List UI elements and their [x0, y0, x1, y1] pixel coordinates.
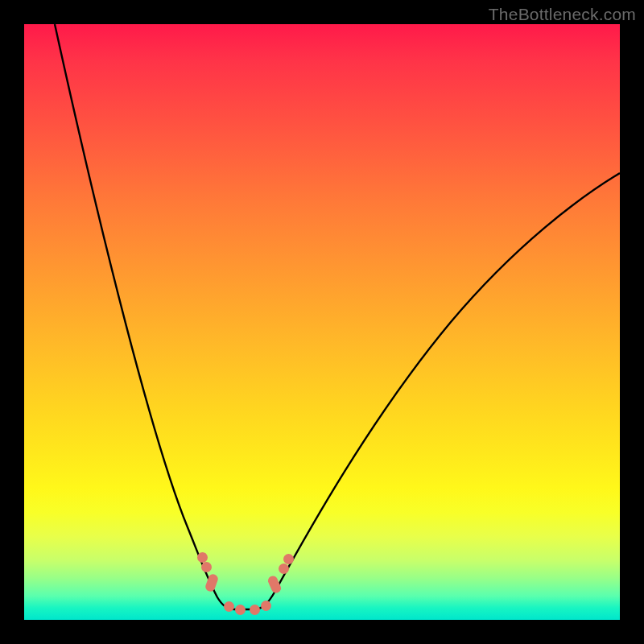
curve-bead-upper-right — [283, 554, 294, 564]
v-curve — [24, 24, 620, 620]
curve-bead — [261, 601, 271, 611]
chart-plot-area — [24, 24, 620, 620]
curve-bead-upper-left — [201, 562, 212, 572]
watermark-text: TheBottleneck.com — [489, 5, 636, 24]
curve-bead — [235, 605, 246, 615]
curve-path — [55, 24, 620, 609]
curve-bead-upper-right — [279, 564, 289, 574]
curve-bead — [250, 605, 260, 615]
curve-bead — [224, 601, 234, 612]
